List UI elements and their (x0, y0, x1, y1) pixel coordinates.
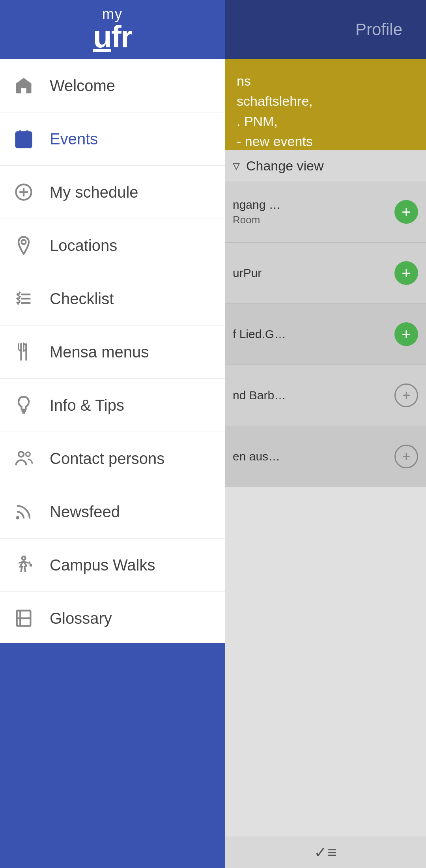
event-title: nd Barb… (233, 389, 286, 402)
sidebar-item-campus-walks[interactable]: Campus Walks (0, 539, 225, 592)
svg-point-18 (16, 516, 20, 520)
sidebar-item-label: Events (50, 130, 98, 148)
event-title: urPur (233, 266, 262, 280)
event-row-content: urPur (233, 266, 262, 280)
sidebar-item-welcome[interactable]: Welcome (0, 59, 225, 112)
svg-point-8 (22, 240, 26, 244)
svg-point-17 (26, 452, 30, 456)
sidebar-item-label: Mensa menus (50, 343, 149, 361)
drawer-header: my uufrfr (0, 0, 225, 59)
event-row: nd Barb… + (225, 365, 426, 426)
sidebar-item-label: Campus Walks (50, 556, 155, 574)
sidebar-item-my-schedule[interactable]: My schedule (0, 166, 225, 219)
sidebar-item-label: Contact persons (50, 450, 164, 468)
drawer-footer (0, 643, 225, 868)
sidebar-item-newsfeed[interactable]: Newsfeed (0, 485, 225, 539)
sidebar-item-label: Locations (50, 237, 117, 254)
svg-rect-0 (16, 132, 32, 148)
event-row-content: en aus… (233, 450, 280, 463)
logo-ufr: uufrfr (93, 21, 132, 52)
event-title: ngang … (233, 198, 281, 211)
calendar-icon (12, 127, 36, 151)
book-icon (12, 606, 36, 630)
sidebar-item-label: Info & Tips (50, 397, 124, 414)
sidebar-item-label: Glossary (50, 610, 112, 627)
sidebar-item-label: Welcome (50, 77, 115, 95)
lightbulb-icon (12, 393, 36, 417)
checklist-icon: ✓≡ (314, 843, 336, 861)
svg-point-16 (19, 452, 24, 457)
bottom-bar[interactable]: ✓≡ (225, 836, 426, 868)
people-icon (12, 447, 36, 470)
svg-rect-4 (19, 140, 23, 143)
event-add-button[interactable]: + (394, 383, 418, 407)
notification-bar: ns schaftslehre, . PNM, - new events f t… (225, 59, 426, 150)
campus-walk-icon (12, 553, 36, 577)
event-row: en aus… + (225, 426, 426, 487)
profile-label[interactable]: Profile (355, 20, 402, 39)
sidebar-item-locations[interactable]: Locations (0, 219, 225, 272)
event-title: f Lied.G… (233, 327, 286, 341)
navigation-drawer: my uufrfr Welcome (0, 0, 225, 868)
change-view-label[interactable]: Change view (246, 158, 324, 174)
sidebar-item-label: Checklist (50, 290, 114, 308)
sidebar-item-mensa-menus[interactable]: Mensa menus (0, 326, 225, 379)
sidebar-item-contact-persons[interactable]: Contact persons (0, 432, 225, 485)
event-add-button[interactable]: + (394, 261, 418, 285)
location-icon (12, 234, 36, 257)
change-view-bar[interactable]: ▿ Change view (225, 150, 426, 181)
sidebar-item-label: My schedule (50, 183, 138, 201)
event-add-button[interactable]: + (394, 322, 418, 346)
event-row: urPur + (225, 243, 426, 304)
sidebar-item-events[interactable]: Events (0, 112, 225, 166)
checklist-icon (12, 287, 36, 311)
menu-items-container: Welcome Events (0, 59, 225, 643)
sidebar-item-label: Newsfeed (50, 503, 120, 521)
svg-point-19 (22, 556, 26, 560)
plus-circle-icon (12, 180, 36, 204)
event-title: en aus… (233, 450, 280, 463)
event-add-button[interactable]: + (394, 445, 418, 468)
event-subtitle: Room (233, 214, 281, 226)
filter-icon: ▿ (233, 157, 240, 174)
home-icon (12, 74, 36, 97)
event-row: f Lied.G… + (225, 304, 426, 365)
sidebar-item-info-tips[interactable]: Info & Tips (0, 379, 225, 432)
sidebar-item-checklist[interactable]: Checklist (0, 272, 225, 326)
event-add-button[interactable]: + (394, 200, 418, 224)
app-logo: my uufrfr (93, 7, 132, 52)
fork-knife-icon (12, 340, 36, 364)
event-row-content: f Lied.G… (233, 327, 286, 341)
rss-icon (12, 500, 36, 524)
event-row-content: nd Barb… (233, 389, 286, 402)
event-row-content: ngang … Room (233, 198, 281, 226)
sidebar-item-glossary[interactable]: Glossary (0, 592, 225, 643)
event-row: ngang … Room + (225, 181, 426, 243)
